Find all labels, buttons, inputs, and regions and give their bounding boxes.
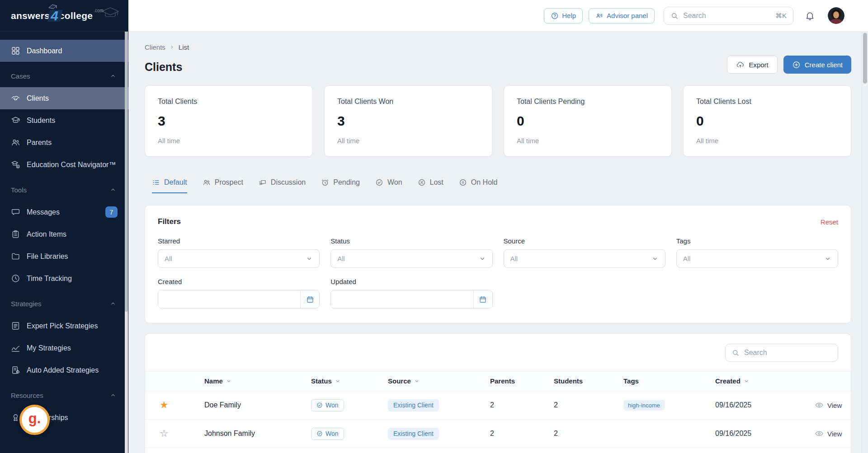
chevron-up-icon — [109, 72, 117, 79]
sidebar-section-cases[interactable]: Cases — [0, 65, 128, 87]
stat-card-total-clients-lost: Total Clients Lost 0 All time — [683, 85, 851, 157]
tags-select[interactable]: All — [676, 249, 838, 268]
stat-value: 0 — [696, 113, 838, 129]
signature-icon — [11, 343, 20, 353]
filter-label: Starred — [158, 237, 320, 245]
sidebar-item-expert-pick-strategies[interactable]: Expert Pick Strategies — [0, 315, 128, 337]
sidebar-item-label: Dashboard — [27, 47, 62, 55]
logo-text-answers: answers — [11, 10, 50, 21]
sidebar-item-messages[interactable]: Messages 7 — [0, 201, 128, 223]
global-search[interactable]: ⌘K — [664, 7, 793, 25]
users-icon — [203, 178, 211, 187]
cloud-export-icon — [736, 61, 745, 69]
clipboard-icon — [11, 229, 20, 239]
table-search[interactable] — [725, 344, 838, 362]
table-header: Name Status Source Parents — [145, 371, 851, 391]
tab-discussion[interactable]: Discussion — [259, 178, 306, 193]
tab-prospect[interactable]: Prospect — [203, 178, 243, 193]
sidebar-scrollbar-thumb[interactable] — [125, 32, 128, 312]
sort-chevron-icon — [226, 378, 232, 384]
sidebar-section-strategies[interactable]: Strategies — [0, 292, 128, 315]
breadcrumb-clients[interactable]: Clients — [145, 43, 165, 51]
search-icon — [731, 349, 740, 357]
sidebar-item-label: Messages — [27, 208, 60, 216]
star-filled-icon[interactable]: ★ — [160, 399, 169, 411]
sidebar-item-file-libraries[interactable]: File Libraries — [0, 245, 128, 267]
sidebar: answers 4 college .com Dashboard Cases C… — [0, 0, 128, 453]
check-circle-icon — [375, 178, 383, 187]
column-header-parents[interactable]: Parents — [490, 377, 554, 385]
sidebar-item-parents[interactable]: Parents — [0, 131, 128, 154]
tab-lost[interactable]: Lost — [418, 178, 443, 193]
search-shortcut-hint: ⌘K — [775, 12, 787, 20]
table-row[interactable]: ★ Doe Family Won Existing Client 2 2 hig… — [145, 391, 851, 420]
table-row[interactable]: ☆ Smith Family Won Existing Client 2 1 0… — [145, 448, 851, 453]
sidebar-item-dashboard[interactable]: Dashboard — [0, 40, 128, 62]
page-scrollbar-thumb[interactable] — [863, 33, 867, 84]
sidebar-section-resources[interactable]: Resources — [0, 384, 128, 406]
sidebar-item-auto-added-strategies[interactable]: Auto Added Strategies — [0, 359, 128, 381]
column-header-status[interactable]: Status — [311, 377, 388, 385]
table-row[interactable]: ☆ Johnson Family Won Existing Client 2 2… — [145, 420, 851, 448]
sidebar-item-education-cost-navigator[interactable]: Education Cost Navigator™ — [0, 154, 128, 176]
filters-reset-link[interactable]: Reset — [821, 218, 838, 226]
app-logo[interactable]: answers 4 college .com — [0, 0, 128, 32]
create-client-button[interactable]: Create client — [783, 56, 851, 74]
sidebar-item-clients[interactable]: Clients — [0, 87, 128, 109]
column-header-name[interactable]: Name — [204, 377, 311, 385]
column-header-created[interactable]: Created — [715, 377, 815, 385]
advisor-icon — [595, 12, 604, 20]
sidebar-item-my-strategies[interactable]: My Strategies — [0, 337, 128, 359]
chevron-down-icon — [306, 255, 313, 262]
user-avatar[interactable] — [828, 7, 844, 24]
filter-created: Created — [158, 278, 320, 308]
updated-date-input[interactable] — [331, 290, 473, 308]
sidebar-item-students[interactable]: Students — [0, 109, 128, 131]
tab-default[interactable]: Default — [152, 178, 187, 193]
page-scrollbar[interactable] — [862, 32, 868, 453]
help-button[interactable]: Help — [544, 8, 583, 23]
view-button[interactable]: View — [815, 429, 853, 438]
global-search-input[interactable] — [683, 12, 771, 20]
chevron-up-icon — [109, 392, 117, 399]
sidebar-item-action-items[interactable]: Action Items — [0, 223, 128, 245]
created-date-input[interactable] — [158, 290, 300, 308]
source-select[interactable]: All — [504, 249, 665, 268]
handshake-icon — [11, 93, 20, 103]
column-header-tags[interactable]: Tags — [623, 377, 715, 385]
star-outline-icon[interactable]: ☆ — [160, 428, 169, 439]
calendar-icon[interactable] — [473, 290, 492, 308]
starred-select[interactable]: All — [158, 249, 320, 268]
chevron-up-icon — [109, 186, 117, 193]
calendar-icon[interactable] — [300, 290, 319, 308]
status-badge: Won — [311, 428, 344, 440]
pause-circle-icon — [459, 178, 467, 187]
stat-label: Total Clients Pending — [517, 98, 659, 106]
eye-icon — [815, 429, 824, 438]
source-badge: Existing Client — [388, 399, 439, 411]
app-window: answers 4 college .com Dashboard Cases C… — [0, 0, 868, 453]
sidebar-item-time-tracking[interactable]: Time Tracking — [0, 267, 128, 290]
stat-label: Total Clients — [158, 98, 300, 106]
column-header-students[interactable]: Students — [554, 377, 623, 385]
strategy-board-icon — [11, 321, 20, 331]
table-search-input[interactable] — [744, 349, 832, 357]
status-select[interactable]: All — [330, 249, 492, 268]
advisor-panel-button[interactable]: Advisor panel — [589, 8, 655, 23]
search-icon — [670, 12, 679, 20]
google-review-badge[interactable]: g. — [19, 405, 50, 435]
view-button[interactable]: View — [815, 401, 853, 410]
logo-cap-sketch-icon — [100, 6, 120, 20]
notifications-bell-icon[interactable] — [805, 10, 815, 21]
tab-on-hold[interactable]: On Hold — [459, 178, 498, 193]
tab-won[interactable]: Won — [375, 178, 402, 193]
sidebar-section-tools[interactable]: Tools — [0, 178, 128, 201]
source-badge: Existing Client — [388, 428, 439, 440]
column-header-source[interactable]: Source — [388, 377, 490, 385]
export-button[interactable]: Export — [727, 56, 777, 74]
tag-badge: high-income — [623, 400, 665, 411]
breadcrumb-list[interactable]: List — [179, 43, 189, 51]
stat-period: All time — [517, 137, 659, 145]
tab-pending[interactable]: Pending — [321, 178, 360, 193]
sidebar-scrollbar[interactable] — [125, 32, 128, 453]
